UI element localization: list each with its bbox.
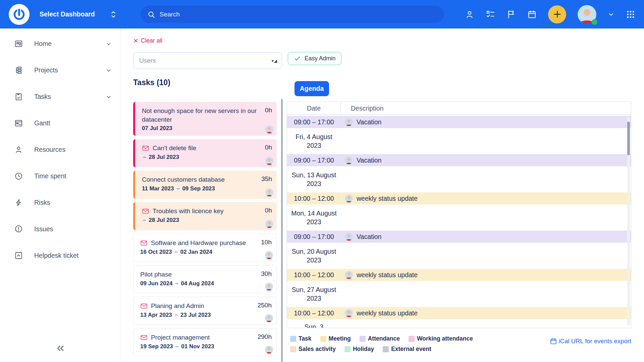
- task-body: Project management19 Sep 2023 – 01 Nov 2…: [140, 333, 258, 352]
- sidebar-item-label: Projects: [34, 66, 95, 74]
- agenda-event-row[interactable]: 10:00 – 12:00weekly status update: [287, 192, 631, 204]
- legend-label: Attendance: [368, 335, 400, 342]
- agenda-button[interactable]: Agenda: [294, 81, 329, 96]
- legend-item-external-event: External event: [383, 346, 431, 353]
- legend-color-swatch: [290, 346, 296, 352]
- sidebar-item-projects[interactable]: Projects: [0, 57, 120, 83]
- apps-grid-icon[interactable]: [626, 10, 635, 19]
- task-due-date: 02 Jan 2024: [180, 249, 212, 255]
- sidebar-item-risks[interactable]: Risks: [0, 189, 120, 216]
- task-dates: – 28 Jul 2023: [142, 154, 262, 161]
- sidebar-nav: HomeProjectsTasksGanttResourcesTime spen…: [0, 31, 120, 269]
- event-description: Vacation: [357, 157, 381, 164]
- legend-item-working-attendance: Working attendance: [409, 335, 473, 342]
- task-card[interactable]: Project management19 Sep 2023 – 01 Nov 2…: [133, 328, 277, 356]
- task-card[interactable]: Software and Hardware purchase16 Oct 202…: [133, 234, 277, 262]
- search-bar: [141, 6, 444, 23]
- task-start-date: 16 Oct 2023: [140, 249, 172, 255]
- users-filter-select[interactable]: Users ▾◢: [133, 52, 282, 69]
- agenda-event-row[interactable]: 09:00 – 17:00Vacation: [287, 116, 631, 128]
- task-start-date: 13 Apr 2023: [140, 312, 172, 318]
- agenda-event-row[interactable]: 09:00 – 17:00Vacation: [287, 231, 631, 243]
- mail-icon: [142, 207, 149, 215]
- checklist-icon[interactable]: [486, 10, 495, 19]
- task-card[interactable]: Troubles with licence key– 28 Jul 20230h: [133, 202, 277, 230]
- user-avatar[interactable]: [578, 5, 596, 24]
- gantt-icon: [14, 119, 23, 128]
- app-logo[interactable]: [9, 4, 30, 25]
- add-button[interactable]: [548, 5, 566, 23]
- date-range-dash: –: [173, 249, 178, 255]
- assignee-avatar: [265, 251, 273, 259]
- calendar-icon[interactable]: [527, 10, 537, 19]
- date-range-dash: –: [174, 280, 179, 287]
- task-title: Project management: [151, 333, 210, 342]
- task-card[interactable]: Not enough space for new servers in our …: [133, 102, 277, 136]
- close-icon: [133, 38, 138, 43]
- sidebar-collapse-button[interactable]: [50, 341, 71, 356]
- clear-all-filters-button[interactable]: Clear all: [133, 37, 162, 44]
- date-range-dash: –: [175, 185, 180, 192]
- sidebar-item-home[interactable]: Home: [0, 31, 120, 57]
- agenda-date-row: Fri, 4 August 2023: [287, 129, 631, 154]
- task-title: Troubles with licence key: [153, 207, 224, 216]
- clear-all-label: Clear all: [141, 37, 162, 44]
- agenda-table-header: Date Description: [287, 102, 631, 115]
- agenda-event-row[interactable]: 10:00 – 12:00weekly status update: [287, 307, 631, 319]
- task-due-date: 04 Aug 2024: [181, 280, 214, 287]
- search-input[interactable]: [160, 11, 437, 18]
- task-card[interactable]: Pilot phase09 Jun 2024 – 04 Aug 202430h: [133, 265, 277, 293]
- easy-admin-toggle[interactable]: Easy Admin: [288, 52, 341, 65]
- task-title: Connect customers database: [142, 175, 225, 184]
- sidebar-item-label: Helpdesk ticket: [34, 252, 112, 259]
- sidebar-item-label: Time spent: [34, 172, 112, 180]
- easy-admin-label: Easy Admin: [305, 55, 335, 62]
- assignee-avatar: [265, 220, 273, 228]
- agenda-scrollbar-thumb[interactable]: [627, 122, 630, 155]
- event-body: weekly status update: [341, 271, 418, 279]
- date-range-dash: –: [142, 217, 147, 223]
- legend-color-swatch: [320, 336, 326, 342]
- task-card[interactable]: Planing and Admin13 Apr 2023 – 23 Jul 20…: [133, 297, 277, 325]
- event-body: Vacation: [341, 233, 381, 241]
- task-start-date: 19 Sep 2023: [140, 343, 173, 350]
- sidebar: HomeProjectsTasksGanttResourcesTime spen…: [0, 28, 120, 362]
- issues-icon: [14, 225, 23, 234]
- user-icon[interactable]: [465, 10, 474, 19]
- agenda-table: Date Description 09:00 – 17:00VacationFr…: [287, 102, 631, 328]
- sidebar-item-time-spent[interactable]: Time spent: [0, 163, 120, 189]
- search-icon: [147, 10, 155, 18]
- tasks-panel-title: Tasks (10): [133, 78, 170, 87]
- agenda-scrollbar-track[interactable]: [627, 117, 630, 326]
- sidebar-item-helpdesk-ticket[interactable]: Helpdesk ticket: [0, 242, 120, 269]
- calendar-export-icon: [550, 338, 557, 345]
- dashboard-selector[interactable]: Select Dashboard: [40, 10, 117, 19]
- sidebar-item-gantt[interactable]: Gantt: [0, 110, 120, 136]
- agenda-date-label: Fri, 4 August 2023: [287, 130, 341, 153]
- task-title: Software and Hardware purchase: [151, 239, 246, 247]
- legend-label: Working attendance: [417, 335, 473, 342]
- assignee-avatar: [345, 118, 353, 126]
- online-status-dot: [592, 19, 597, 25]
- sidebar-item-resources[interactable]: Resources: [0, 136, 120, 163]
- task-due-date: 28 Jul 2023: [149, 154, 179, 160]
- ical-export-link[interactable]: iCal URL for events export: [550, 338, 631, 345]
- flag-icon[interactable]: [506, 10, 516, 19]
- sidebar-item-tasks[interactable]: Tasks: [0, 83, 120, 110]
- task-card[interactable]: Can't delete file– 28 Jul 20230h: [133, 139, 277, 167]
- agenda-event-row[interactable]: 10:00 – 12:00weekly status update: [287, 269, 631, 281]
- agenda-date-row: Sun, 27 August 2023: [287, 282, 631, 306]
- chevron-down-icon[interactable]: [608, 11, 614, 18]
- assignee-avatar: [345, 194, 353, 202]
- helpdesk-icon: [14, 251, 23, 260]
- sidebar-item-issues[interactable]: Issues: [0, 216, 120, 242]
- task-body: Can't delete file– 28 Jul 2023: [142, 144, 265, 163]
- task-card[interactable]: Connect customers database11 Mar 2023 – …: [133, 171, 277, 199]
- legend-label: Sales activity: [299, 346, 336, 353]
- event-description: weekly status update: [357, 195, 418, 202]
- tasks-scrollbar[interactable]: [281, 99, 283, 362]
- agenda-event-row[interactable]: 09:00 – 17:00Vacation: [287, 154, 631, 166]
- legend-color-swatch: [409, 336, 415, 342]
- legend-item-attendance: Attendance: [360, 335, 400, 342]
- event-description: weekly status update: [357, 309, 418, 317]
